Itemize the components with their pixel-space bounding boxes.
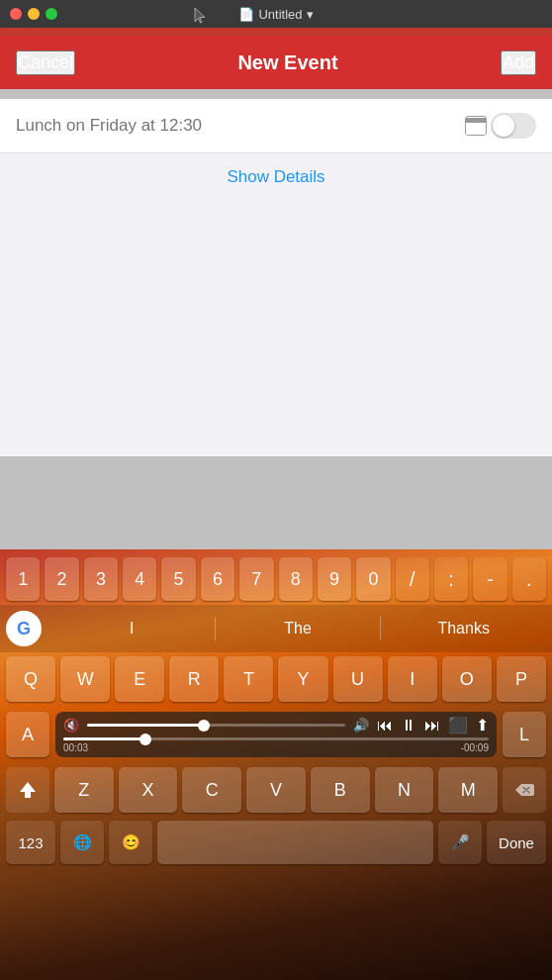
traffic-lights	[10, 8, 57, 20]
minimize-button[interactable]	[28, 8, 40, 20]
space-key[interactable]	[157, 821, 433, 864]
event-title-input[interactable]	[16, 116, 465, 136]
calendar-icon	[465, 116, 487, 136]
key-n[interactable]: N	[375, 767, 434, 813]
key-2[interactable]: 2	[45, 557, 78, 601]
backspace-icon	[514, 782, 534, 798]
suggestion-thanks[interactable]: Thanks	[381, 612, 546, 645]
add-button[interactable]: Add	[501, 50, 536, 75]
nav-title: New Event	[237, 51, 337, 74]
qwerty-row: Q W E R T Y U I O P	[0, 652, 552, 706]
time-remaining: -00:09	[461, 742, 489, 753]
volume-track[interactable]	[87, 724, 345, 727]
calendar-toggle-container	[465, 113, 536, 139]
key-z[interactable]: Z	[54, 767, 114, 813]
key-slash[interactable]: /	[396, 557, 429, 601]
volume-thumb	[198, 720, 210, 732]
bottom-row: 123 🌐 😊 🎤 Done	[0, 817, 552, 868]
delete-key[interactable]	[503, 767, 546, 813]
maximize-button[interactable]	[46, 8, 57, 20]
key-period[interactable]: .	[512, 557, 546, 601]
close-button[interactable]	[10, 8, 22, 20]
event-input-row	[0, 99, 552, 153]
toggle-switch[interactable]	[491, 113, 536, 139]
google-logo[interactable]: G	[6, 611, 42, 646]
window-title: 📄 Untitled ▾	[238, 7, 313, 22]
key-6[interactable]: 6	[201, 557, 234, 601]
cancel-button[interactable]: Cancel	[16, 50, 75, 75]
media-time: 00:03 -00:09	[63, 742, 489, 753]
progress-track[interactable]	[63, 737, 489, 740]
key-l[interactable]: L	[503, 712, 546, 757]
key-w[interactable]: W	[60, 656, 110, 702]
empty-content-area	[0, 201, 552, 456]
key-c[interactable]: C	[182, 767, 241, 813]
key-b[interactable]: B	[311, 767, 370, 813]
emoji-key[interactable]: 😊	[109, 821, 152, 864]
suggestions-row: G I The Thanks	[0, 605, 552, 652]
volume-fill	[87, 724, 203, 727]
key-p[interactable]: P	[497, 656, 546, 702]
media-controls: 🔇 🔊 ⏮ ⏸ ⏭ ⬛ ⬆	[63, 716, 489, 735]
key-9[interactable]: 9	[318, 557, 351, 601]
key-a[interactable]: A	[6, 712, 49, 757]
key-7[interactable]: 7	[239, 557, 273, 601]
cursor-icon	[193, 6, 207, 24]
progress-thumb	[139, 734, 151, 745]
progress-fill	[63, 737, 148, 740]
suggestion-i[interactable]: I	[49, 612, 215, 645]
pause-icon[interactable]: ⏸	[401, 717, 416, 735]
key-o[interactable]: O	[442, 656, 492, 702]
done-key[interactable]: Done	[487, 821, 546, 864]
rewind-icon[interactable]: ⏮	[377, 717, 393, 735]
globe-key[interactable]: 🌐	[60, 821, 104, 864]
key-colon[interactable]: :	[434, 557, 468, 601]
toggle-knob	[493, 115, 514, 137]
microphone-key[interactable]: 🎤	[438, 821, 482, 864]
num-toggle-key[interactable]: 123	[6, 821, 55, 864]
airplay-icon[interactable]: ⬛	[448, 716, 468, 735]
key-dash[interactable]: -	[473, 557, 506, 601]
progress-bar-container	[63, 737, 489, 740]
key-r[interactable]: R	[169, 656, 219, 702]
share-icon[interactable]: ⬆	[476, 716, 489, 735]
media-row: A 🔇 🔊 ⏮ ⏸ ⏭ ⬛	[0, 706, 552, 763]
key-8[interactable]: 8	[279, 557, 313, 601]
key-x[interactable]: X	[119, 767, 178, 813]
key-4[interactable]: 4	[123, 557, 156, 601]
suggestion-the[interactable]: The	[216, 612, 381, 645]
key-5[interactable]: 5	[161, 557, 195, 601]
volume-low-icon: 🔇	[63, 718, 79, 733]
key-e[interactable]: E	[115, 656, 164, 702]
keyboard-content: 1 2 3 4 5 6 7 8 9 0 / : - . G I The Than…	[0, 549, 552, 868]
shift-key[interactable]	[6, 767, 49, 813]
key-1[interactable]: 1	[6, 557, 40, 601]
zxcvbnm-row: Z X C V B N M	[0, 763, 552, 817]
number-row: 1 2 3 4 5 6 7 8 9 0 / : - .	[0, 549, 552, 605]
red-accent-bar	[0, 28, 552, 36]
shift-icon	[18, 780, 38, 800]
key-q[interactable]: Q	[6, 656, 55, 702]
time-current: 00:03	[63, 742, 88, 753]
svg-marker-0	[20, 782, 36, 798]
key-v[interactable]: V	[246, 767, 306, 813]
volume-high-icon: 🔊	[353, 718, 369, 733]
document-icon: 📄	[238, 7, 254, 22]
title-bar: 📄 Untitled ▾	[0, 0, 552, 28]
show-details-button[interactable]: Show Details	[227, 167, 324, 187]
key-y[interactable]: Y	[278, 656, 327, 702]
show-details-row: Show Details	[0, 153, 552, 201]
media-player: 🔇 🔊 ⏮ ⏸ ⏭ ⬛ ⬆	[55, 712, 497, 757]
key-m[interactable]: M	[438, 767, 498, 813]
content-area: Show Details	[0, 99, 552, 456]
fast-forward-icon[interactable]: ⏭	[424, 717, 440, 735]
key-3[interactable]: 3	[84, 557, 118, 601]
key-0[interactable]: 0	[356, 557, 390, 601]
key-t[interactable]: T	[224, 656, 273, 702]
key-i[interactable]: I	[388, 656, 437, 702]
nav-bar: Cancel New Event Add	[0, 36, 552, 89]
key-u[interactable]: U	[333, 656, 383, 702]
keyboard: 1 2 3 4 5 6 7 8 9 0 / : - . G I The Than…	[0, 549, 552, 980]
